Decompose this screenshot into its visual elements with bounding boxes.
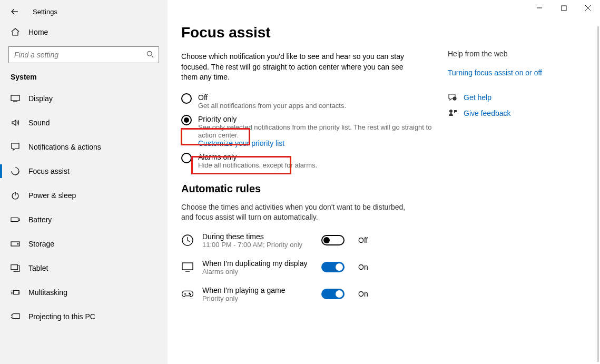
monitor-icon <box>181 261 194 273</box>
sidebar-item-power-sleep[interactable]: Power & sleep <box>0 183 168 208</box>
sidebar-item-label: Tablet <box>28 264 48 272</box>
svg-rect-9 <box>562 6 566 11</box>
rule-subtitle: Priority only <box>202 294 313 302</box>
svg-text:?: ? <box>454 97 456 101</box>
sidebar-item-label: Power & sleep <box>28 191 76 200</box>
sidebar-item-label: Storage <box>28 240 54 248</box>
svg-rect-6 <box>11 265 18 270</box>
sidebar-item-storage[interactable]: Storage <box>0 232 168 256</box>
window-close[interactable] <box>576 0 600 16</box>
sidebar-home-label: Home <box>28 28 48 36</box>
battery-icon <box>11 215 20 224</box>
svg-point-5 <box>17 243 18 244</box>
sidebar-item-multitasking[interactable]: Multitasking <box>0 280 168 304</box>
svg-rect-8 <box>13 314 20 319</box>
help-aside: Help from the web Turning focus assist o… <box>448 50 574 124</box>
power-icon <box>11 191 20 200</box>
settings-sidebar: Settings Home System Display Sound Notif… <box>0 0 168 364</box>
focus-option-priority[interactable]: Priority only See only selected notifica… <box>181 114 445 149</box>
rule-toggle-label: Off <box>358 236 368 244</box>
focus-icon <box>11 166 20 176</box>
window-title: Settings <box>33 8 57 16</box>
radio-icon <box>181 153 192 163</box>
svg-rect-11 <box>182 263 193 270</box>
rule-subtitle: 11:00 PM - 7:00 AM; Priority only <box>202 241 313 249</box>
page-title: Focus assist <box>181 24 445 41</box>
radio-icon <box>181 115 192 125</box>
automatic-rules-desc: Choose the times and activities when you… <box>181 202 408 223</box>
sidebar-item-display[interactable]: Display <box>0 86 168 111</box>
rule-title: When I'm duplicating my display <box>202 259 313 268</box>
radio-icon <box>181 93 192 104</box>
feedback-icon <box>448 109 457 118</box>
help-heading: Help from the web <box>448 50 574 58</box>
focus-option-alarms[interactable]: Alarms only Hide all notifications, exce… <box>181 152 445 170</box>
rule-title: During these times <box>202 232 313 241</box>
sidebar-section-system: System <box>0 73 168 86</box>
rule-during-times[interactable]: During these times 11:00 PM - 7:00 AM; P… <box>181 232 445 249</box>
svg-point-13 <box>190 294 191 295</box>
rule-toggle[interactable] <box>321 262 345 272</box>
help-article-link[interactable]: Turning focus assist on or off <box>448 68 574 77</box>
focus-option-off[interactable]: Off Get all notifications from your apps… <box>181 92 445 111</box>
multitask-icon <box>11 288 20 297</box>
option-subtitle: Hide all notifications, except for alarm… <box>198 161 317 169</box>
rule-title: When I'm playing a game <box>202 286 313 294</box>
clock-icon <box>181 234 194 247</box>
sidebar-item-home[interactable]: Home <box>0 22 168 42</box>
window-minimize[interactable] <box>527 0 552 16</box>
sidebar-item-label: Battery <box>28 215 52 224</box>
feedback-link[interactable]: Give feedback <box>464 109 511 117</box>
customize-priority-link[interactable]: Customize your priority list <box>198 139 445 147</box>
tablet-icon <box>11 263 20 273</box>
rule-toggle-label: On <box>358 263 368 271</box>
display-icon <box>11 94 20 103</box>
svg-point-0 <box>147 51 152 56</box>
sidebar-item-label: Multitasking <box>28 288 67 297</box>
window-maximize[interactable] <box>552 0 576 16</box>
scrollbar[interactable] <box>597 26 599 362</box>
search-icon <box>146 51 154 58</box>
rule-duplicating-display[interactable]: When I'm duplicating my display Alarms o… <box>181 259 445 276</box>
sidebar-item-label: Notifications & actions <box>28 143 101 151</box>
main-content: Focus assist Choose which notification y… <box>168 0 600 364</box>
page-description: Choose which notification you'd like to … <box>181 52 408 83</box>
storage-icon <box>11 239 20 249</box>
back-icon[interactable] <box>11 7 19 16</box>
sidebar-item-battery[interactable]: Battery <box>0 208 168 232</box>
get-help-icon: ? <box>448 93 457 102</box>
svg-point-12 <box>189 293 190 294</box>
option-title: Alarms only <box>198 153 317 161</box>
sidebar-item-label: Display <box>28 94 53 103</box>
option-subtitle: See only selected notifications from the… <box>198 123 445 139</box>
svg-point-16 <box>449 110 453 113</box>
option-title: Priority only <box>198 115 445 123</box>
rule-subtitle: Alarms only <box>202 268 313 276</box>
rule-playing-game[interactable]: When I'm playing a game Priority only On <box>181 286 445 302</box>
sidebar-item-notifications[interactable]: Notifications & actions <box>0 135 168 159</box>
game-icon <box>181 288 194 300</box>
option-title: Off <box>198 93 346 102</box>
sidebar-item-focus-assist[interactable]: Focus assist <box>0 159 168 183</box>
rule-toggle[interactable] <box>321 289 345 299</box>
svg-rect-1 <box>11 95 19 101</box>
svg-rect-3 <box>11 218 18 221</box>
sidebar-item-sound[interactable]: Sound <box>0 111 168 135</box>
sidebar-item-tablet[interactable]: Tablet <box>0 256 168 280</box>
sidebar-item-label: Sound <box>28 119 50 127</box>
search-input[interactable] <box>8 46 159 63</box>
window-controls <box>527 0 600 16</box>
notifications-icon <box>11 142 20 152</box>
sidebar-item-label: Focus assist <box>28 167 70 175</box>
rule-toggle[interactable] <box>321 235 345 245</box>
get-help-link[interactable]: Get help <box>464 93 491 102</box>
project-icon <box>11 312 20 321</box>
option-subtitle: Get all notifications from your apps and… <box>198 102 346 110</box>
sidebar-item-projecting[interactable]: Projecting to this PC <box>0 304 168 329</box>
sidebar-item-label: Projecting to this PC <box>28 312 95 321</box>
rule-toggle-label: On <box>358 290 368 298</box>
home-icon <box>11 27 20 37</box>
automatic-rules-heading: Automatic rules <box>181 183 445 195</box>
sound-icon <box>11 118 20 127</box>
